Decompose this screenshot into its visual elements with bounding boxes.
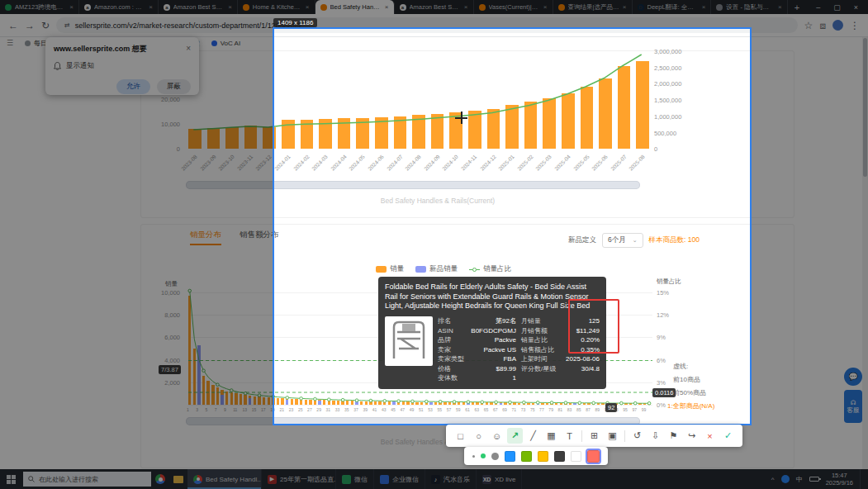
- headset-icon: ☊: [851, 399, 856, 406]
- snip-confirm-tool[interactable]: ✓: [720, 428, 736, 444]
- tray-clock[interactable]: 15:47 2025/9/16: [826, 472, 853, 487]
- legend-item-0[interactable]: 销量: [376, 264, 404, 274]
- snip-save-tool[interactable]: ⇩: [647, 428, 663, 444]
- tab-close-icon[interactable]: ×: [385, 3, 389, 11]
- taskbar-app-0[interactable]: Bed Safety Handl...: [187, 469, 262, 489]
- snip-mosaic-tool[interactable]: ▦: [543, 428, 559, 444]
- browser-tab-2[interactable]: aAmazon Best Sell...×: [159, 0, 238, 14]
- tab-group-icon[interactable]: ⧈: [819, 20, 826, 31]
- snip-extract-text-tool[interactable]: ▣: [605, 428, 620, 444]
- browser-tab-4[interactable]: Bed Safety Handl...×: [315, 0, 395, 14]
- tray-chevron-icon[interactable]: ^: [771, 476, 775, 483]
- scrollbar-thumb[interactable]: [863, 38, 867, 177]
- close-icon[interactable]: ×: [186, 44, 191, 55]
- taskbar-app-3[interactable]: 企业微信: [374, 469, 425, 489]
- tab-close-icon[interactable]: ×: [228, 3, 232, 11]
- browser-tab-6[interactable]: Vases(Current)|亚...×: [474, 0, 553, 14]
- snip-arrow-tool[interactable]: ↗: [507, 428, 523, 444]
- tab-close-icon[interactable]: ×: [149, 3, 153, 11]
- color-swatch-1[interactable]: [521, 451, 532, 462]
- taskbar-app-5[interactable]: XDXD live: [477, 469, 522, 489]
- snip-text-tool[interactable]: T: [562, 428, 577, 444]
- snip-cancel-tool[interactable]: ×: [702, 428, 718, 444]
- legend-item-2[interactable]: 销量占比: [469, 264, 511, 274]
- snip-line-tool[interactable]: ╱: [525, 428, 541, 444]
- new-tab-button[interactable]: +: [788, 0, 806, 14]
- allow-button[interactable]: 允许: [116, 79, 150, 94]
- bookmark-star-icon[interactable]: ☆: [804, 20, 813, 31]
- taskbar-app-4[interactable]: ♪汽水音乐: [425, 469, 477, 489]
- tab-close-icon[interactable]: ×: [464, 3, 468, 11]
- address-bar[interactable]: ⇄ sellersprite.com/v2/market-research/cu…: [56, 17, 798, 33]
- tooltip-value: $89.99: [496, 364, 516, 374]
- bookmark-label: VoC AI: [221, 40, 240, 47]
- block-button[interactable]: 屏蔽: [157, 79, 191, 94]
- color-swatch-3[interactable]: [554, 451, 565, 462]
- snip-emoji-tool[interactable]: ☺: [489, 428, 505, 444]
- tooltip-product-title: Foldable Bed Rails for Elderly Adults Sa…: [385, 282, 600, 311]
- hamburger-icon[interactable]: ☰: [7, 39, 13, 47]
- tab-close-icon[interactable]: ×: [543, 3, 548, 11]
- browser-tab-8[interactable]: DDeepL翻译: 全世...×: [633, 0, 712, 14]
- battery-icon[interactable]: [809, 477, 819, 482]
- snip-share-tool[interactable]: ↪: [684, 428, 700, 444]
- stroke-size-9[interactable]: [491, 453, 499, 460]
- tab-close-icon[interactable]: ×: [702, 3, 706, 11]
- taskbar-search[interactable]: 在此处输入进行搜索: [23, 472, 151, 487]
- tab-close-icon[interactable]: ×: [778, 3, 782, 11]
- profile-avatar[interactable]: [832, 20, 843, 31]
- bed-rail-image: [391, 320, 427, 362]
- color-swatch-0[interactable]: [505, 451, 515, 462]
- browser-tab-1[interactable]: aAmazon.com : M...×: [79, 0, 159, 14]
- snip-duplicate-tool[interactable]: ⊞: [586, 428, 602, 444]
- tab-close-icon[interactable]: ×: [69, 3, 74, 11]
- snip-pin-tool[interactable]: ⚑: [666, 428, 681, 444]
- color-swatch-5[interactable]: [587, 450, 600, 463]
- browser-tab-3[interactable]: Home & Kitchen...×: [238, 0, 315, 14]
- tooltip-key: 月销售额: [521, 326, 548, 336]
- site-info-icon[interactable]: ⇄: [64, 21, 70, 29]
- tab-close-icon[interactable]: ×: [623, 3, 627, 11]
- reload-icon[interactable]: ↻: [41, 20, 50, 31]
- distribution-tab-1[interactable]: 销售额分布: [240, 230, 279, 245]
- bookmark-item-3[interactable]: VoC AI: [211, 40, 240, 47]
- tray-app-icon[interactable]: [781, 475, 790, 483]
- tab-label: DeepL翻译: 全世...: [647, 3, 699, 12]
- back-icon[interactable]: ←: [8, 20, 18, 31]
- taskbar-app-2[interactable]: 微信: [336, 469, 374, 489]
- snip-ellipse-tool[interactable]: ○: [471, 428, 486, 444]
- tab-close-icon[interactable]: ×: [306, 3, 310, 11]
- tooltip-row-left-4: 卖家类型FBA: [438, 354, 516, 364]
- browser-tab-5[interactable]: aAmazon Best Sel...×: [395, 0, 474, 14]
- color-swatch-4[interactable]: [571, 451, 581, 462]
- maximize-button[interactable]: ▢: [833, 3, 841, 12]
- taskbar-explorer-icon[interactable]: [169, 476, 187, 483]
- browser-tab-0[interactable]: AMZ123跨境电商导航×: [0, 0, 79, 14]
- customer-service-button[interactable]: ☊ 客服: [844, 390, 862, 423]
- browser-tab-7[interactable]: 查询结果|选产品|亚...×: [553, 0, 633, 14]
- forward-icon[interactable]: →: [25, 20, 35, 31]
- browser-tab-9[interactable]: 设置 - 隐私与安全×: [711, 0, 787, 14]
- chart1-range-slider[interactable]: [186, 181, 640, 189]
- tooltip-row-right-4: 上架时间2025-08-06: [521, 354, 600, 364]
- new-product-period-select[interactable]: 6个月 ⌄: [602, 233, 643, 248]
- tooltip-key: 卖家类型: [438, 354, 464, 364]
- taskbar-chrome-icon[interactable]: [151, 474, 169, 484]
- color-swatch-2[interactable]: [538, 451, 548, 462]
- ime-indicator[interactable]: 中: [796, 475, 803, 484]
- rank-92-badge: 92: [605, 403, 617, 412]
- distribution-tab-0[interactable]: 销量分布: [190, 230, 221, 245]
- stroke-size-3[interactable]: [472, 455, 475, 458]
- legend-line-marker: [469, 266, 480, 273]
- start-button[interactable]: [0, 475, 21, 484]
- chat-widget-icon[interactable]: 💬: [844, 368, 862, 386]
- snip-rectangle-tool[interactable]: □: [453, 428, 468, 444]
- close-button[interactable]: ×: [854, 3, 858, 12]
- stroke-size-6[interactable]: [481, 453, 486, 458]
- show-desktop-button[interactable]: [860, 469, 863, 489]
- menu-icon[interactable]: ⋮: [850, 20, 860, 31]
- legend-item-1[interactable]: 新品销量: [415, 264, 458, 274]
- taskbar-app-1[interactable]: ▶25年第一期选品直...: [262, 469, 336, 489]
- minimize-button[interactable]: –: [816, 3, 820, 12]
- snip-undo-tool[interactable]: ↺: [629, 428, 645, 444]
